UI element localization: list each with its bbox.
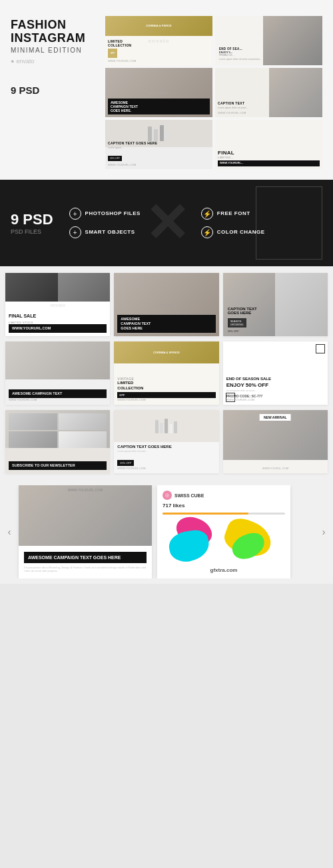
pcard-final-sale: FINAL SALE LIMITED STOCK WWW.YOURURL.COM… [5,273,110,336]
carousel-items: WWW.YOURURL.COM AWESOME CAMPAIGN TEXT GO… [5,485,333,578]
carousel-card-1: WWW.YOURURL.COM AWESOME CAMPAIGN TEXT GO… [19,485,152,578]
preview-card-4: CAPTION TEXT Lorem ipsum dolor sit amet.… [215,68,322,117]
envato-watermark: ● envato [11,58,97,65]
colorful-header: ◎ SWISS CUBE [163,491,285,500]
preview-grid-top: CORINNA & PIERCE LIMITEDCOLLECTION OFF W… [105,16,322,169]
promo-box-1: OFF [108,49,117,58]
pcard-clothes-caption: CAPTION TEXT GOES HERE Lorem ipsum dolor… [114,410,218,473]
splash-cyan [167,528,212,564]
carousel-next-arrow[interactable]: › [316,480,332,584]
main-title: FASHION INSTAGRAM [11,19,97,45]
pcard-limited-gold: CORINNA & SPENCE VINTAGE LIMITEDCOLLECTI… [114,341,218,405]
preview-card-1: CORINNA & PIERCE LIMITEDCOLLECTION OFF W… [105,16,212,65]
pcard-campaign-dark: AWESOMECAMPAIGN TEXTGOES HERE envato [114,273,218,336]
psd-label: 9 PSD PSD FILES [11,211,53,235]
pcard-end-season: END OF SEASON SALE ENJOY 50% OFF Lorem i… [223,341,328,405]
likes-count: 717 likes [163,503,285,509]
preview-card-3: AWESOMECAMPAIGN TEXTGOES HERE. envato [105,68,212,117]
carousel-card-2: ◎ SWISS CUBE 717 likes gfxtra.com [157,485,290,578]
preview-rows: FINAL SALE LIMITED STOCK WWW.YOURURL.COM… [0,266,333,480]
plus-icon-2: + [69,226,81,238]
preview-row-3: SUBSCRIBE TO OUR NEWSLETTER CAPTION TEXT… [5,410,328,473]
title-block: FASHION INSTAGRAM MINIMAL EDITION ● enva… [11,16,97,169]
psd-count-label: 9 PSD [11,85,39,96]
pcard-room-campaign: AWESOME CAMPAIGN TEXT WWW.YOURURL.COM [5,341,110,405]
brand-icon: ◎ [163,491,172,500]
bolt-icon-1: ⚡ [201,208,213,220]
bolt-icon-2: ⚡ [201,226,213,238]
carousel-campaign-text: AWESOME CAMPAIGN TEXT GOES HERE [24,552,147,563]
feature-smart: + SMART OBJECTS [69,226,190,238]
bottom-carousel: ‹ WWW.YOURURL.COM AWESOME CAMPAIGN TEXT … [0,480,333,584]
preview-row-1: FINAL SALE LIMITED STOCK WWW.YOURURL.COM… [5,273,328,336]
plus-icon-1: + [69,208,81,220]
main-subtitle: MINIMAL EDITION [11,47,97,54]
gfxtra-watermark: gfxtra.com [163,567,285,573]
pcard-caption-person: CAPTION TEXTGOES HERE SEASONGROWING 20% … [223,273,328,336]
preview-row-2: AWESOME CAMPAIGN TEXT WWW.YOURURL.COM CO… [5,341,328,405]
preview-card-5: CAPTION TEXT GOES HERE Lorem ipsum... 20… [105,120,212,169]
preview-card-6: FINAL LIMITED... WWW.YOURURL... [215,120,322,169]
feature-photoshop: + PHOTOSHOP FILES [69,208,190,220]
pcard-newsletter: SUBSCRIBE TO OUR NEWSLETTER [5,410,110,473]
splash-area [163,515,285,564]
top-section: FASHION INSTAGRAM MINIMAL EDITION ● enva… [0,0,333,180]
campaign-text-bar: AWESOMECAMPAIGN TEXTGOES HERE. [108,99,210,114]
carousel-prev-arrow[interactable]: ‹ [1,480,17,584]
mid-dark-section: ✕ 9 PSD PSD FILES + PHOTOSHOP FILES ⚡ FR… [0,180,333,266]
pcard-new-arrival: NEW ARRIVAL WWW.YOURUL.COM [223,410,328,473]
preview-card-2: END OF SEA... ENJOY 5... PROMO CO... Lor… [215,16,322,65]
